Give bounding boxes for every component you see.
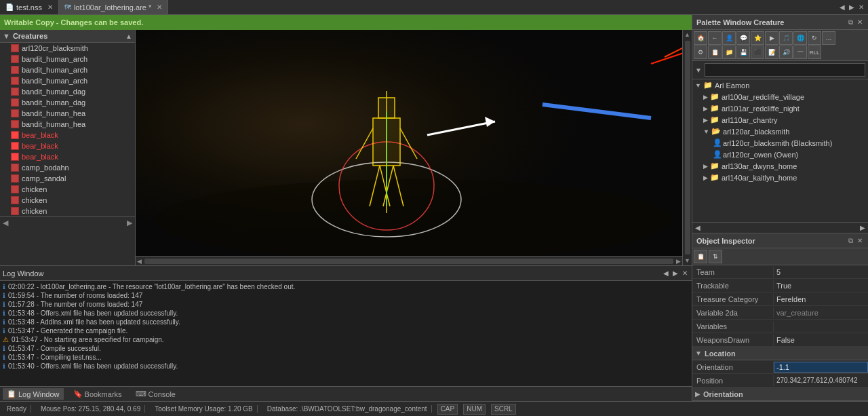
expand-icon[interactable]: ▶ [703,105,708,112]
tb-folder-btn[interactable]: 📁 [722,45,736,59]
expand-icon[interactable]: ▶ [703,117,708,124]
tree-item-dwyns[interactable]: ▶ 📁 arl130ar_dwyns_home [692,160,868,172]
tab-nav-right[interactable]: ▶ [848,3,856,11]
log-tab-bookmarks[interactable]: 🔖 Bookmarks [69,388,126,400]
creature-item[interactable]: arl120cr_blacksmith [0,43,135,54]
log-nav-right[interactable]: ▶ [671,269,679,277]
collapse-icon[interactable]: ▼ [703,128,709,135]
tree-item-blacksmith-folder[interactable]: ▼ 📂 arl120ar_blacksmith [692,126,868,137]
tb-chat-btn[interactable]: 💬 [736,31,750,45]
prop-orientation-input[interactable] [774,362,868,373]
tab-lot100ar[interactable]: 🗺 lot100ar_lothering.are * ✕ [59,0,168,14]
creature-icon [11,98,19,107]
tb-back-btn[interactable]: ← [708,31,722,45]
palette-toolbar-row1: 🏠 ← 👤 💬 ⭐ ▶ 🎵 🌐 ↻ … [694,31,867,45]
close-icon[interactable]: ✕ [47,3,53,11]
creature-icon [11,55,19,63]
tree-item-redcliffe-night[interactable]: ▶ 📁 arl101ar_redcliffe_night [692,102,868,114]
tb-music-btn[interactable]: 🎵 [779,31,793,45]
creature-item[interactable]: chicken [0,195,135,206]
location-section[interactable]: ▼ Location [692,347,868,360]
scroll-down-btn[interactable]: ▼ [683,256,692,265]
location-expand-icon[interactable]: ▼ [695,349,702,357]
expand-icon[interactable]: ▶ [703,94,708,100]
tb-red-btn[interactable]: ⬛ [751,45,764,59]
status-cap-btn[interactable]: CAP [437,404,458,415]
list-scroll-up[interactable]: ▲ [125,33,132,40]
tree-item-redcliffe-village[interactable]: ▶ 📁 arl100ar_redcliffe_village [692,91,868,102]
tab-close-all[interactable]: ✕ [857,3,865,11]
tb-copy-btn[interactable]: 📋 [708,45,722,59]
tb-save-btn[interactable]: 💾 [736,45,750,59]
palette-float-btn[interactable]: ⧉ [847,18,854,26]
log-entry: ℹ01:53:47 - Compile successful. [3,344,689,353]
palette-scroll-left[interactable]: ◀ [694,224,702,231]
prop-variables-label: Variables [692,321,774,332]
tb-play-btn[interactable]: ▶ [765,31,778,45]
viewport[interactable]: ▲ ▼ ◀ ▶ [136,30,692,265]
tree-item-chantry[interactable]: ▶ 📁 arl110ar_chantry [692,114,868,126]
tb-home-btn[interactable]: 🏠 [694,31,707,45]
orientation-section[interactable]: ▶ Orientation [692,387,868,401]
chevron-down-icon[interactable]: ▼ [695,67,702,74]
list-scroll-left[interactable]: ◀ [3,219,8,227]
orientation-expand-icon[interactable]: ▶ [695,390,701,398]
tree-item-owen-creature[interactable]: 👤 arl120cr_owen (Owen) [692,149,868,160]
inspector-tb-btn1[interactable]: 📋 [694,250,707,263]
tb-person-btn[interactable]: 👤 [722,31,736,45]
tree-item-kaitlyn[interactable]: ▶ 📁 arl140ar_kaitlyn_home [692,172,868,183]
tb-sound-btn[interactable]: 🔊 [779,45,793,59]
log-close[interactable]: ✕ [681,269,689,277]
creature-item[interactable]: bandit_human_arch [0,54,135,64]
close-icon[interactable]: ✕ [157,3,162,11]
collapse-icon[interactable]: ▼ [695,82,701,89]
expand-icon[interactable]: ▶ [703,163,708,170]
creature-item[interactable]: bandit_human_hea [0,119,135,130]
scroll-right-btn[interactable]: ▶ [675,257,682,266]
palette-scroll-right[interactable]: ▶ [859,224,867,231]
tb-rll-btn[interactable]: RLL [808,45,821,59]
log-tab-log-window[interactable]: 📋 Log Window [3,388,64,400]
creature-item[interactable]: camp_sandal [0,173,135,184]
status-scrl-btn[interactable]: SCRL [491,404,516,415]
log-tab-console[interactable]: ⌨ Console [132,388,180,400]
tb-star-btn[interactable]: ⭐ [751,31,764,45]
tb-note-btn[interactable]: 📝 [765,45,778,59]
tree-item-blacksmith-creature[interactable]: 👤 arl120cr_blacksmith (Blacksmith) [692,137,868,149]
tb-wave-btn[interactable]: 〰 [793,45,807,59]
creature-item[interactable]: chicken [0,184,135,195]
log-entry: ℹ01:53:40 - Offers.xml file has been upd… [3,362,689,371]
creature-item[interactable]: bandit_human_hea [0,108,135,119]
inspector-float-btn[interactable]: ⧉ [847,237,854,245]
creature-item[interactable]: camp_bodahn [0,162,135,173]
list-scroll-right[interactable]: ▶ [127,219,132,227]
inspector-tb-btn2[interactable]: ⇅ [709,250,722,263]
creature-item[interactable]: bandit_human_arch [0,75,135,86]
search-input[interactable] [705,63,865,77]
tree-item-arl-eamon[interactable]: ▼ 📁 Arl Eamon [692,79,868,91]
scroll-up-btn[interactable]: ▲ [683,30,692,39]
tb-refresh-btn[interactable]: ↻ [808,31,821,45]
log-nav-left[interactable]: ◀ [662,269,670,277]
viewport-scrollbar-vertical[interactable]: ▲ ▼ [682,30,692,265]
creature-item[interactable]: chicken [0,206,135,216]
creature-item[interactable]: bandit_human_arch [0,64,135,75]
creature-leaf-icon: 👤 [713,138,721,147]
tab-test-nss[interactable]: 📄 test.nss ✕ [0,0,59,14]
creature-item[interactable]: bandit_human_dag [0,97,135,108]
creature-item[interactable]: bandit_human_dag [0,86,135,97]
tb-more1-btn[interactable]: … [822,31,835,45]
status-num-btn[interactable]: NUM [463,404,486,415]
scroll-left-btn[interactable]: ◀ [136,257,143,266]
tb-globe-btn[interactable]: 🌐 [793,31,807,45]
viewport-scrollbar-horizontal[interactable]: ◀ ▶ [136,256,682,265]
inspector-close-btn[interactable]: ✕ [856,237,864,245]
expand-icon[interactable]: ▶ [703,174,708,181]
creature-item[interactable]: bear_black [0,151,135,162]
tb-config-btn[interactable]: ⚙ [694,45,707,59]
palette-close-btn[interactable]: ✕ [856,18,864,26]
creature-item[interactable]: bear_black [0,130,135,140]
collapse-icon[interactable]: ▼ [3,32,10,40]
tab-nav-left[interactable]: ◀ [838,3,846,11]
creature-item[interactable]: bear_black [0,140,135,151]
